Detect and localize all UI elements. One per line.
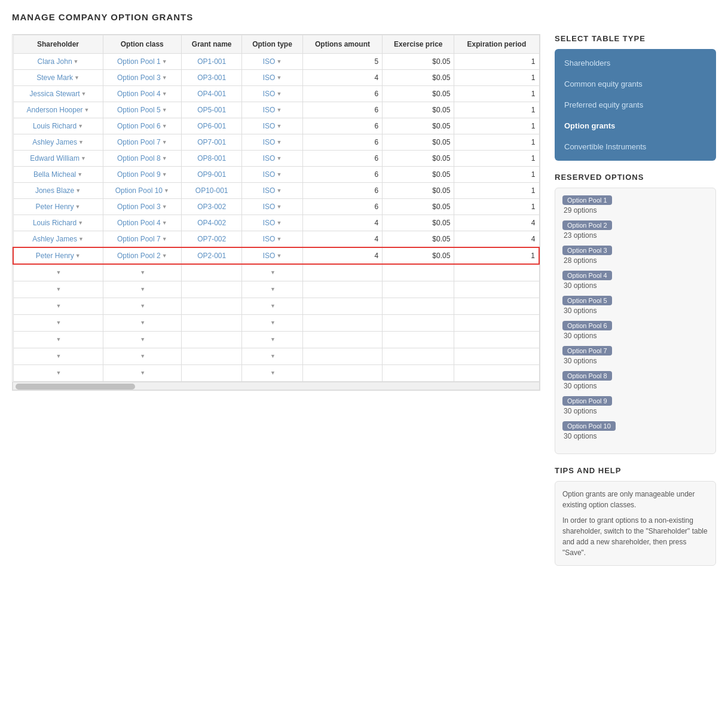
- empty-cell-option-class[interactable]: ▼: [103, 364, 181, 381]
- cell-grant-name: OP8-001: [182, 151, 242, 167]
- empty-cell-shareholder[interactable]: ▼: [13, 298, 103, 314]
- pool-options-count: 30 options: [562, 357, 708, 365]
- cell-grant-name: OP3-001: [182, 70, 242, 86]
- cell-shareholder: Jessica Stewart▼: [13, 86, 103, 102]
- cell-option-class[interactable]: Option Pool 1▼: [103, 54, 181, 70]
- cell-exercise-price: $0.05: [383, 167, 454, 183]
- cell-exercise-price: $0.05: [383, 247, 454, 264]
- cell-option-class[interactable]: Option Pool 9▼: [103, 167, 181, 183]
- cell-exercise-price: $0.05: [383, 118, 454, 134]
- empty-cell-option-type[interactable]: ▼: [242, 364, 302, 381]
- empty-cell-exercise-price: [383, 348, 454, 364]
- col-option-class: Option class: [103, 35, 181, 54]
- cell-option-type[interactable]: ISO▼: [242, 183, 302, 199]
- empty-cell-option-class[interactable]: ▼: [103, 331, 181, 348]
- table-row-empty: ▼▼▼: [13, 364, 539, 381]
- reserved-options-title: RESERVED OPTIONS: [555, 173, 716, 182]
- empty-cell-option-type[interactable]: ▼: [242, 264, 302, 281]
- cell-option-type[interactable]: ISO▼: [242, 167, 302, 183]
- cell-exercise-price: $0.05: [383, 102, 454, 118]
- cell-expiration-period: 1: [454, 183, 539, 199]
- empty-cell-option-type[interactable]: ▼: [242, 348, 302, 364]
- table-type-item[interactable]: Convertible Instruments: [555, 136, 716, 157]
- table-header-row: Shareholder Option class Grant name Opti…: [13, 35, 539, 54]
- pool-item: Option Pool 129 options: [562, 195, 708, 215]
- cell-option-class[interactable]: Option Pool 7▼: [103, 134, 181, 151]
- cell-shareholder: Ashley James▼: [13, 134, 103, 151]
- cell-exercise-price: $0.05: [383, 86, 454, 102]
- cell-option-type[interactable]: ISO▼: [242, 118, 302, 134]
- cell-option-class[interactable]: Option Pool 4▼: [103, 215, 181, 231]
- table-type-item[interactable]: Common equity grants: [555, 73, 716, 94]
- empty-cell-option-type[interactable]: ▼: [242, 281, 302, 298]
- cell-shareholder: Peter Henry▼: [13, 247, 103, 264]
- cell-option-type[interactable]: ISO▼: [242, 231, 302, 248]
- empty-cell-option-type[interactable]: ▼: [242, 298, 302, 314]
- pool-badge: Option Pool 9: [562, 396, 612, 406]
- empty-cell-shareholder[interactable]: ▼: [13, 364, 103, 381]
- empty-cell-grant-name: [182, 364, 242, 381]
- empty-cell-grant-name: [182, 331, 242, 348]
- empty-cell-option-class[interactable]: ▼: [103, 264, 181, 281]
- empty-cell-grant-name: [182, 348, 242, 364]
- cell-option-type[interactable]: ISO▼: [242, 151, 302, 167]
- cell-option-type[interactable]: ISO▼: [242, 70, 302, 86]
- table-row: Clara John▼Option Pool 1▼OP1-001ISO▼5$0.…: [13, 54, 539, 70]
- pool-item: Option Pool 830 options: [562, 371, 708, 390]
- empty-cell-option-class[interactable]: ▼: [103, 281, 181, 298]
- table-row-empty: ▼▼▼: [13, 298, 539, 314]
- cell-options-amount: 4: [302, 231, 383, 248]
- cell-option-type[interactable]: ISO▼: [242, 199, 302, 215]
- empty-cell-grant-name: [182, 264, 242, 281]
- cell-expiration-period: 1: [454, 151, 539, 167]
- table-row: Ashley James▼Option Pool 7▼OP7-002ISO▼4$…: [13, 231, 539, 248]
- table-type-item[interactable]: Preferred equity grants: [555, 94, 716, 115]
- empty-cell-shareholder[interactable]: ▼: [13, 264, 103, 281]
- table-type-item[interactable]: Option grants: [555, 115, 716, 136]
- cell-option-class[interactable]: Option Pool 8▼: [103, 151, 181, 167]
- empty-cell-shareholder[interactable]: ▼: [13, 348, 103, 364]
- cell-grant-name: OP10-001: [182, 183, 242, 199]
- table-type-item[interactable]: Shareholders: [555, 53, 716, 73]
- pool-badge: Option Pool 5: [562, 296, 612, 305]
- empty-cell-expiration-period: [454, 264, 539, 281]
- cell-option-type[interactable]: ISO▼: [242, 54, 302, 70]
- cell-option-type[interactable]: ISO▼: [242, 102, 302, 118]
- cell-option-class[interactable]: Option Pool 3▼: [103, 70, 181, 86]
- empty-cell-option-type[interactable]: ▼: [242, 331, 302, 348]
- table-row-empty: ▼▼▼: [13, 348, 539, 364]
- cell-option-class[interactable]: Option Pool 10▼: [103, 183, 181, 199]
- cell-grant-name: OP2-001: [182, 247, 242, 264]
- table-row: Peter Henry▼Option Pool 3▼OP3-002ISO▼6$0…: [13, 199, 539, 215]
- pool-options-count: 30 options: [562, 407, 708, 415]
- empty-cell-shareholder[interactable]: ▼: [13, 331, 103, 348]
- empty-cell-option-class[interactable]: ▼: [103, 348, 181, 364]
- tips-paragraph: In order to grant options to a non-exist…: [562, 515, 708, 558]
- cell-option-class[interactable]: Option Pool 6▼: [103, 118, 181, 134]
- cell-option-class[interactable]: Option Pool 3▼: [103, 199, 181, 215]
- pool-badge: Option Pool 10: [562, 421, 616, 431]
- cell-option-type[interactable]: ISO▼: [242, 86, 302, 102]
- horizontal-scrollbar[interactable]: [13, 382, 540, 390]
- cell-expiration-period: 1: [454, 70, 539, 86]
- cell-option-type[interactable]: ISO▼: [242, 247, 302, 264]
- empty-cell-shareholder[interactable]: ▼: [13, 281, 103, 298]
- cell-options-amount: 6: [302, 199, 383, 215]
- cell-option-type[interactable]: ISO▼: [242, 215, 302, 231]
- pool-item: Option Pool 328 options: [562, 246, 708, 265]
- empty-cell-option-class[interactable]: ▼: [103, 314, 181, 331]
- empty-cell-expiration-period: [454, 348, 539, 364]
- table-type-selector: ShareholdersCommon equity grantsPreferre…: [555, 49, 716, 161]
- cell-option-class[interactable]: Option Pool 7▼: [103, 231, 181, 248]
- table-row: Louis Richard▼Option Pool 4▼OP4-002ISO▼4…: [13, 215, 539, 231]
- empty-cell-option-type[interactable]: ▼: [242, 314, 302, 331]
- empty-cell-shareholder[interactable]: ▼: [13, 314, 103, 331]
- cell-option-class[interactable]: Option Pool 5▼: [103, 102, 181, 118]
- cell-option-class[interactable]: Option Pool 2▼: [103, 247, 181, 264]
- empty-cell-option-class[interactable]: ▼: [103, 298, 181, 314]
- cell-option-class[interactable]: Option Pool 4▼: [103, 86, 181, 102]
- left-panel: Shareholder Option class Grant name Opti…: [12, 34, 540, 391]
- pool-item: Option Pool 530 options: [562, 296, 708, 315]
- cell-grant-name: OP9-001: [182, 167, 242, 183]
- cell-option-type[interactable]: ISO▼: [242, 134, 302, 151]
